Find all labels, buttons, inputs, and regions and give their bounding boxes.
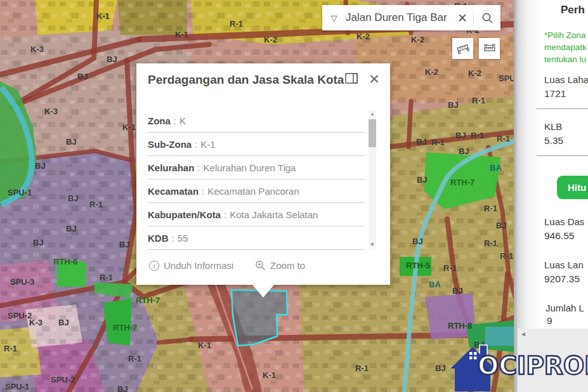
- map-zone-label: SPU: [499, 74, 515, 83]
- popup-footer: i Unduh Informasi Zoom to: [149, 260, 305, 271]
- popup-field-row: Sub-Zona:K-1: [148, 133, 365, 156]
- field-label-luas-lahan: Luas Laha: [544, 74, 588, 85]
- measure-area-icon: [457, 42, 469, 55]
- popup-title: Perdagangan dan Jasa Skala Kota: [148, 72, 351, 88]
- map-zone-label: R-1: [230, 19, 243, 29]
- map-zone-label: BJ: [435, 363, 446, 373]
- result-label-jumlah-lantai: Jumlah L: [546, 303, 584, 313]
- map-zone-label: BJ: [117, 384, 128, 392]
- scroll-down-arrow[interactable]: ▼: [369, 241, 376, 249]
- map-zone-label: SPU-3: [10, 277, 34, 287]
- map-zone-label: R-1: [484, 204, 497, 213]
- map-zone-label: SPU-1: [8, 188, 32, 197]
- map-zone-label: K-3: [29, 318, 42, 327]
- collapse-panel-button[interactable]: ◄: [520, 330, 526, 337]
- map-zone-label: BJ: [66, 224, 77, 233]
- map-zone-label: BJ: [416, 137, 427, 147]
- map-zone-label: BJ: [68, 193, 79, 203]
- map-zone-label: R-1: [89, 200, 103, 209]
- map-zone-label: BJ: [35, 161, 46, 171]
- measure-distance-icon: [483, 42, 496, 55]
- result-value-luas-dasar: 946.55: [544, 230, 574, 242]
- divider: [537, 155, 588, 156]
- field-label-klb: KLB: [544, 121, 562, 132]
- measure-area-button[interactable]: [452, 38, 473, 59]
- clear-search-button[interactable]: ✕: [452, 5, 473, 30]
- map-zone-label: SPU-2: [51, 375, 75, 384]
- map-zone-label: R-1: [100, 273, 113, 282]
- result-label-luas-lantai: Luas Lan: [544, 259, 584, 270]
- map-zone-label: BJ: [58, 318, 69, 327]
- popup-field-row: Kecamatan:Kecamatan Pancoran: [148, 180, 365, 203]
- map-zone-label: R-1: [471, 131, 484, 140]
- map-zone-label: RTH-7: [113, 323, 137, 332]
- zoom-to-link[interactable]: Zoom to: [255, 260, 305, 271]
- map-zone-label: K-1: [96, 11, 110, 21]
- map-zone-label: K-1: [175, 30, 188, 39]
- map-zone-label: SPU-1: [5, 382, 29, 391]
- map-zone-label: BJ: [119, 240, 130, 249]
- map-zone-label: BJ: [459, 147, 469, 156]
- map-zone-label: R-1: [497, 134, 510, 143]
- map-zone-label: K-2: [411, 35, 424, 44]
- map-zone-label: RTH-6: [53, 257, 77, 266]
- map-zone-label: BJ: [33, 238, 44, 247]
- measure-distance-button[interactable]: [479, 38, 500, 59]
- map-zone-label: R-1: [484, 238, 497, 248]
- map-zone-label: K-3: [30, 44, 44, 54]
- map-zone-label: SPU-2: [8, 311, 32, 320]
- map-zone-label: RTH-8: [448, 321, 472, 330]
- map-zone-label: BJ: [452, 286, 463, 296]
- field-value-klb: 5.35: [544, 135, 563, 147]
- search-button[interactable]: [474, 5, 500, 30]
- map-zone-label: BJ: [474, 340, 485, 350]
- map-zone-label: BJ: [496, 221, 507, 230]
- result-value-jumlah-lantai: 9: [547, 315, 552, 327]
- map-zone-label: BJ: [77, 72, 88, 81]
- map-zone-label: K-1: [263, 370, 276, 380]
- map-zone-label: RTH-7: [136, 296, 160, 305]
- map-zone-label: K-2: [468, 69, 481, 78]
- result-value-luas-lantai: 9207.35: [544, 273, 580, 285]
- search-bar: ▽ ✕: [322, 5, 500, 30]
- map-zone-label: BJ: [66, 137, 77, 147]
- map-zone-label: BJ: [455, 131, 466, 140]
- map-zone-label: RTH-5: [406, 261, 430, 270]
- scroll-up-arrow[interactable]: ▲: [369, 110, 376, 118]
- popup-field-row: KDB:55: [148, 226, 365, 250]
- map-zone-label: K-2: [425, 67, 438, 77]
- map-zone-label: R-1: [4, 344, 17, 353]
- pond: [485, 327, 515, 346]
- popup-scrollbar[interactable]: ▲ ▼: [369, 110, 376, 249]
- map-zone-label: BA: [429, 280, 441, 289]
- map-zone-label: R-1: [128, 354, 141, 363]
- popup-callout-arrow: [252, 285, 274, 297]
- dock-popup-button[interactable]: [344, 73, 358, 86]
- panel-note: *Pilih Zonamendapatktentukan lu: [544, 29, 587, 65]
- map-zone-label: BA: [490, 163, 502, 173]
- download-info-link[interactable]: i Unduh Informasi: [149, 260, 233, 271]
- close-popup-button[interactable]: ✕: [366, 70, 382, 87]
- zoom-to-icon: [255, 260, 266, 271]
- map-zone-label: K-1: [122, 122, 136, 132]
- calculate-button[interactable]: Hitu: [557, 176, 588, 199]
- popup-field-row: Zona:K: [148, 109, 365, 133]
- panel-title: Perh: [561, 4, 585, 16]
- map-zone-label: BJ: [107, 55, 117, 64]
- dock-window-icon: [345, 73, 358, 84]
- chevron-down-icon: ▽: [331, 13, 337, 23]
- map-zone-label: R-1: [500, 251, 513, 261]
- map-zone-label: K-2: [356, 32, 370, 41]
- search-input[interactable]: [346, 11, 452, 24]
- search-icon: [481, 12, 493, 24]
- divider: [537, 108, 588, 109]
- map-zone-label: K-1: [198, 341, 211, 350]
- popup-field-row: Kelurahan:Kelurahan Duren Tiga: [148, 156, 365, 180]
- popup-field-list: Zona:KSub-Zona:K-1Kelurahan:Kelurahan Du…: [148, 109, 365, 250]
- result-label-luas-dasar: Luas Das: [544, 216, 584, 227]
- close-icon: ✕: [369, 72, 380, 86]
- search-source-dropdown[interactable]: ▽: [322, 5, 346, 30]
- app-window: K-1K-3BJBJK-3K-1K-1R-1K-2K-2K-2K-2R-1K-2…: [0, 0, 588, 392]
- map-zone-label: R-1: [431, 138, 445, 147]
- scrollbar-thumb[interactable]: [369, 119, 376, 147]
